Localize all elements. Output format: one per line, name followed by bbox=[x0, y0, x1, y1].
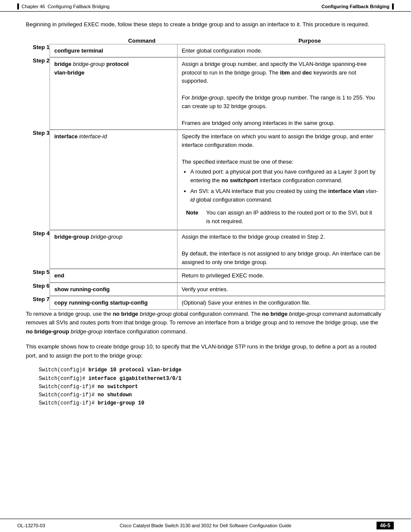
intro-paragraph: Beginning in privileged EXEC mode, follo… bbox=[26, 20, 385, 29]
col-command-header: Command bbox=[50, 37, 234, 44]
step-6-purpose: Verify your entries. bbox=[177, 283, 385, 296]
step-3-bullet-list: A routed port: a physical port that you … bbox=[190, 168, 380, 204]
footer-left: OL-13270-03 bbox=[17, 523, 45, 528]
step-4-command: bridge-group bridge-group bbox=[50, 230, 177, 269]
step-5-label: Step 5 bbox=[26, 269, 50, 283]
header-left-rule bbox=[17, 3, 19, 9]
step-4-purpose: Assign the interface to the bridge group… bbox=[177, 230, 385, 269]
step-3-command: interface interface-id bbox=[50, 130, 177, 230]
main-content: Beginning in privileged EXEC mode, follo… bbox=[0, 12, 411, 420]
table-row: Step 6 show running-config Verify your e… bbox=[26, 283, 385, 296]
table-row: Step 1 configure terminal Enter global c… bbox=[26, 44, 385, 58]
table-header-row: Command Purpose bbox=[26, 37, 385, 44]
step-5-purpose: Return to privileged EXEC mode. bbox=[177, 269, 385, 283]
step-3-purpose: Specify the interface on which you want … bbox=[177, 130, 385, 230]
header-spacer bbox=[26, 37, 50, 44]
code-line-4: Switch(config-if)# no shutdown bbox=[39, 391, 385, 399]
page-header: Chapter 46 Configuring Fallback Bridging… bbox=[0, 0, 411, 12]
page-number: 46-5 bbox=[377, 522, 394, 529]
note-text: You can assign an IP address to the rout… bbox=[202, 206, 380, 227]
header-title-left: Configuring Fallback Bridging bbox=[47, 4, 109, 9]
note-table: Note You can assign an IP address to the… bbox=[182, 206, 380, 227]
table-row: Step 2 bridge bridge-group protocolvlan-… bbox=[26, 57, 385, 130]
code-line-1: Switch(config)# bridge 10 protocol vlan-… bbox=[39, 366, 385, 374]
chapter-label: Chapter 46 bbox=[22, 4, 45, 9]
command-table: Command Purpose Step 1 configure termina… bbox=[26, 37, 385, 310]
col-purpose-header: Purpose bbox=[234, 37, 385, 44]
code-line-5: Switch(config-if)# bridge-group 10 bbox=[39, 399, 385, 408]
footer-right: 46-5 bbox=[377, 522, 394, 529]
code-block: Switch(config)# bridge 10 protocol vlan-… bbox=[39, 366, 385, 408]
step-2-command: bridge bridge-group protocolvlan-bridge bbox=[50, 58, 177, 130]
body-para-2: This example shows how to create bridge … bbox=[26, 342, 385, 361]
table-row: Step 4 bridge-group bridge-group Assign … bbox=[26, 230, 385, 269]
code-line-2: Switch(config)# interface gigabitetherne… bbox=[39, 375, 385, 383]
note-label: Note bbox=[182, 206, 202, 227]
step-2-purpose: Assign a bridge group number, and specif… bbox=[177, 58, 385, 130]
step-1-command: configure terminal bbox=[50, 44, 177, 57]
step-7-purpose: (Optional) Save your entries in the conf… bbox=[177, 296, 385, 310]
step-1-purpose: Enter global configuration mode. bbox=[177, 44, 385, 57]
step-6-command: show running-config bbox=[50, 283, 177, 296]
list-item: An SVI: a VLAN interface that you create… bbox=[190, 187, 380, 204]
step-3-label: Step 3 bbox=[26, 130, 50, 230]
list-item: A routed port: a physical port that you … bbox=[190, 168, 380, 184]
page-footer: OL-13270-03 Cisco Catalyst Blade Switch … bbox=[0, 519, 411, 532]
table-row: Step 5 end Return to privileged EXEC mod… bbox=[26, 269, 385, 283]
step-6-label: Step 6 bbox=[26, 283, 50, 296]
step-4-label: Step 4 bbox=[26, 230, 50, 269]
table-row: Step 7 copy running-config startup-confi… bbox=[26, 296, 385, 310]
header-right-rule bbox=[392, 3, 394, 9]
step-5-command: end bbox=[50, 269, 177, 283]
step-7-command: copy running-config startup-config bbox=[50, 296, 177, 310]
intro-text: Beginning in privileged EXEC mode, follo… bbox=[26, 21, 369, 28]
footer-center: Cisco Catalyst Blade Switch 3130 and 303… bbox=[120, 523, 292, 528]
step-1-label: Step 1 bbox=[26, 44, 50, 58]
step-7-label: Step 7 bbox=[26, 296, 50, 310]
table-row: Step 3 interface interface-id Specify th… bbox=[26, 130, 385, 230]
header-title-right: Configuring Fallback Bridging bbox=[321, 4, 389, 9]
step-2-label: Step 2 bbox=[26, 57, 50, 130]
body-para-1: To remove a bridge group, use the no bri… bbox=[26, 310, 385, 336]
code-line-3: Switch(config-if)# no switchport bbox=[39, 383, 385, 391]
header-left: Chapter 46 Configuring Fallback Bridging bbox=[17, 3, 109, 9]
header-right: Configuring Fallback Bridging bbox=[321, 3, 394, 9]
